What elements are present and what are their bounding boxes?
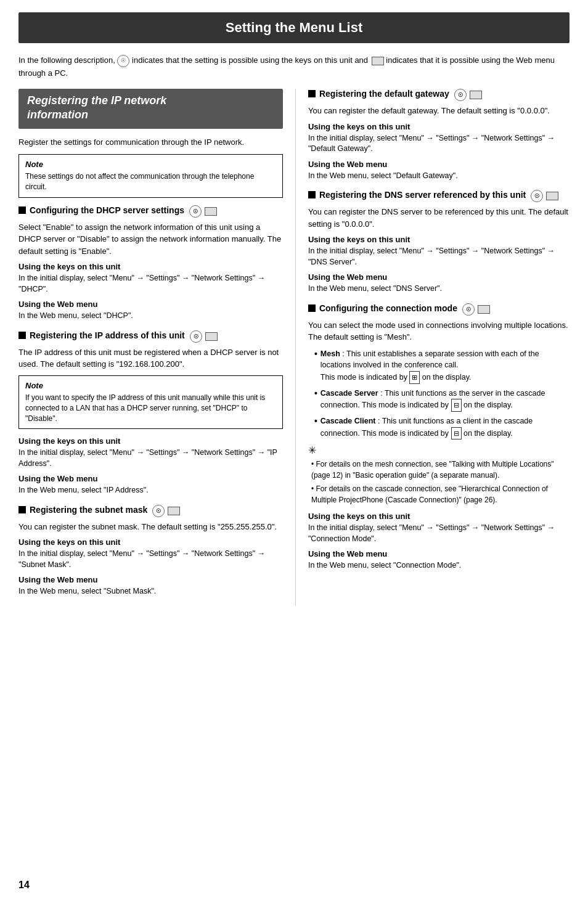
page-title: Setting the Menu List [31,20,557,36]
ip-address-body: The IP address of this unit must be regi… [18,346,283,370]
gateway-key-icon: ☉ [454,89,467,101]
bullet-sq-ip [18,332,26,339]
dhcp-keys-body: In the initial display, select "Menu" → … [18,273,283,295]
intro-part1: indicates that the setting is possible u… [132,55,370,65]
dns-server-heading: Registering the DNS server referenced by… [308,190,570,202]
note-box-2: Note If you want to specify the IP addre… [18,375,283,429]
dns-keys-body: In the initial display, select "Menu" → … [308,246,570,268]
cascade-server-icon: ⊟ [451,399,462,412]
dns-key-icon: ☉ [531,190,543,202]
ip-icons: ☉ [190,330,218,343]
cascade-client-icon: ⊟ [451,427,462,440]
dhcp-web-heading: Using the Web menu [18,300,283,309]
page: Setting the Menu List In the following d… [0,0,588,903]
dhcp-icons: ☉ [189,205,217,218]
subnet-web-body: In the Web menu, select "Subnet Mask". [18,586,283,597]
gateway-keys-body: In the initial display, select "Menu" → … [308,133,570,155]
tip-section: ✳ • For details on the mesh connection, … [308,444,570,505]
conn-web-body: In the Web menu, select "Connection Mode… [308,560,570,571]
bullet-cascade-server-content: Cascade Server : This unit functions as … [321,388,570,412]
connection-mode-body: You can select the mode used in connecti… [308,319,570,343]
default-gateway-heading: Registering the default gateway ☉ [308,89,570,101]
conn-icons: ☉ [462,303,490,316]
connection-mode-heading-text: Configuring the connection mode ☉ [319,303,570,316]
web-menu-icon [372,57,384,65]
bullet-cascade-server: • Cascade Server : This unit functions a… [314,388,570,412]
left-column: Registering the IP network information R… [18,89,296,606]
ip-address-heading-text: Registering the IP address of this unit … [30,330,283,343]
key-icon-inline: ☉ [117,55,129,67]
unit-keys-icon: ☉ [117,55,129,67]
tip-icon: ✳ [308,444,570,456]
dns-icons: ☉ [531,190,558,202]
subnet-web-heading: Using the Web menu [18,575,283,584]
subnet-keys-body: In the initial display, select "Menu" → … [18,549,283,570]
gateway-icons: ☉ [454,89,482,101]
bullet-mesh: • Mesh : This unit establishes a separat… [314,348,570,384]
subnet-key-icon: ☉ [152,505,165,517]
default-gateway-body: You can register the default gateway. Th… [308,105,570,117]
ip-web-icon [205,332,218,341]
conn-web-icon [478,305,490,314]
dns-server-body: You can register the DNS server to be re… [308,206,570,230]
ip-address-heading: Registering the IP address of this unit … [18,330,283,343]
mesh-note: This mode is indicated by ⊞ on the displ… [321,373,472,382]
gateway-web-icon [470,91,482,99]
bullet-sq-subnet [18,506,26,513]
conn-keys-heading: Using the keys on this unit [308,512,570,521]
bullet-mesh-content: Mesh : This unit establishes a separate … [321,348,570,384]
subnet-web-icon [168,507,180,515]
note-label-2: Note [25,381,276,390]
bullet-sq-conn [308,304,316,312]
dhcp-key-icon: ☉ [189,205,202,218]
connection-mode-heading: Configuring the connection mode ☉ [308,303,570,316]
note-text-2: If you want to specify the IP address of… [25,393,276,423]
left-section-title-box: Registering the IP network information [18,89,283,129]
default-gateway-heading-text: Registering the default gateway ☉ [319,89,570,101]
bullet-dot-cascade-client: • [314,415,317,439]
default-gateway-subsection: Registering the default gateway ☉ You ca… [308,89,570,181]
dns-keys-heading: Using the keys on this unit [308,235,570,244]
left-section-intro: Register the settings for communication … [18,136,283,149]
connection-mode-bullets: • Mesh : This unit establishes a separat… [314,348,570,440]
subnet-icons: ☉ [152,505,180,517]
dns-web-icon [546,192,558,200]
page-header: Setting the Menu List [18,12,570,43]
ip-web-body: In the Web menu, select "IP Address". [18,485,283,496]
dhcp-subsection: Configuring the DHCP server settings ☉ S… [18,205,283,322]
dhcp-keys-heading: Using the keys on this unit [18,262,283,271]
dhcp-body: Select "Enable" to assign the network in… [18,221,283,258]
gateway-web-heading: Using the Web menu [308,160,570,169]
dhcp-web-icon [205,207,217,216]
note-box-1: Note These settings do not affect the co… [18,154,283,198]
tip-item-2: • For details on the cascade connection,… [311,483,570,505]
page-number: 14 [18,880,30,891]
web-icon-inline [370,57,384,65]
bullet-sq-dhcp [18,206,26,214]
left-section-title: Registering the IP network information [27,94,274,123]
bullet-sq-dns [308,191,316,198]
ip-web-heading: Using the Web menu [18,474,283,483]
two-col-layout: Registering the IP network information R… [18,89,570,606]
ip-keys-heading: Using the keys on this unit [18,436,283,446]
connection-mode-subsection: Configuring the connection mode ☉ You ca… [308,303,570,571]
dhcp-heading: Configuring the DHCP server settings ☉ [18,205,283,218]
mesh-desc: : This unit establishes a separate sessi… [321,349,539,370]
dns-web-body: In the Web menu, select "DNS Server". [308,284,570,295]
mesh-term: Mesh [321,349,340,358]
tip-list: • For details on the mesh connection, se… [311,459,570,505]
dns-server-heading-text: Registering the DNS server referenced by… [319,190,570,202]
cascade-client-term: Cascade Client [321,417,376,425]
bullet-dot-cascade-server: • [314,388,317,412]
dns-server-subsection: Registering the DNS server referenced by… [308,190,570,295]
mesh-mode-icon: ⊞ [409,371,420,384]
cascade-server-term: Cascade Server [321,389,378,398]
gateway-web-body: In the Web menu, select "Default Gateway… [308,171,570,182]
bullet-dot-mesh: • [314,348,317,384]
subnet-body: You can register the subnet mask. The de… [18,521,283,533]
subnet-mask-heading: Registering the subnet mask ☉ [18,505,283,517]
intro-text: In the following description, ☉ indicate… [18,54,570,79]
bullet-cascade-client: • Cascade Client : This unit functions a… [314,415,570,439]
bullet-sq-gateway [308,90,316,97]
subnet-mask-heading-text: Registering the subnet mask ☉ [30,505,283,517]
